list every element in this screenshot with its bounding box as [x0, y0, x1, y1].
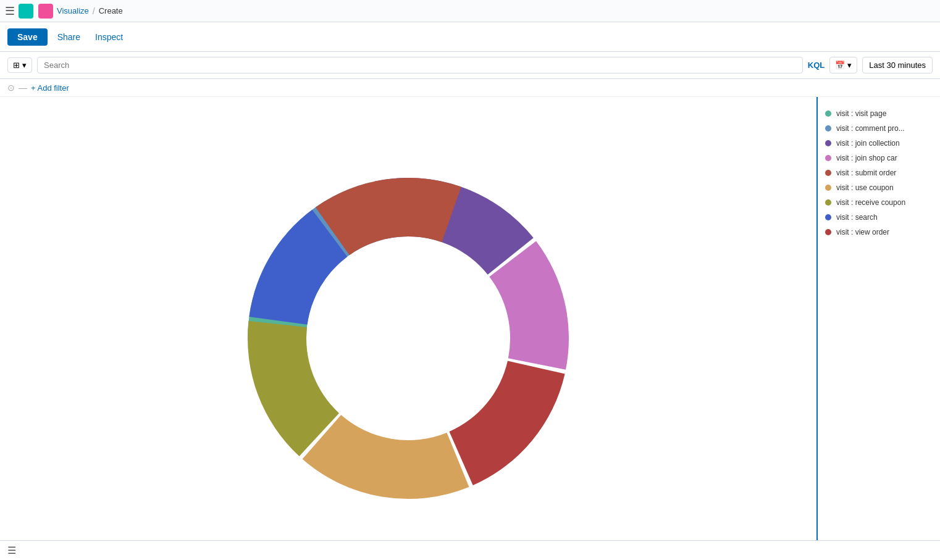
legend-item: visit : submit order [825, 169, 933, 177]
legend-label: visit : comment pro... [836, 124, 905, 133]
calendar-icon: 📅 [835, 61, 845, 70]
legend-label: visit : join collection [836, 139, 900, 148]
legend-dot [825, 170, 831, 176]
chevron-down-icon: ▾ [22, 61, 27, 70]
legend-dot [825, 155, 831, 161]
legend-label: visit : view order [836, 228, 889, 236]
filter-type-icon: ⊞ [13, 61, 20, 70]
add-filter-button[interactable]: + Add filter [31, 83, 69, 93]
donut-segment[interactable] [449, 361, 564, 485]
legend-label: visit : join shop car [836, 154, 897, 162]
legend-label: visit : submit order [836, 169, 896, 177]
save-button[interactable]: Save [7, 28, 48, 46]
legend-item: visit : join collection [825, 139, 933, 148]
search-input[interactable] [37, 57, 803, 73]
nav-menu-icon[interactable]: ☰ [5, 4, 15, 18]
filter-bar: ⊞ ▾ KQL 📅 ▾ Last 30 minutes [0, 52, 940, 79]
legend-dot [825, 214, 831, 220]
legend-dot [825, 140, 831, 146]
legend-item: visit : join shop car [825, 154, 933, 162]
toolbar: Save Share Inspect [0, 22, 940, 52]
logo-icon [19, 4, 33, 19]
chevron-down-icon-cal: ▾ [847, 61, 852, 70]
breadcrumb-visualize[interactable]: Visualize [57, 6, 89, 15]
main-content: visit : visit page visit : comment pro..… [0, 97, 940, 560]
legend-dot [825, 125, 831, 132]
legend-label: visit : search [836, 213, 878, 222]
donut-chart [217, 147, 600, 530]
time-range-button[interactable]: Last 30 minutes [862, 57, 933, 73]
share-button[interactable]: Share [52, 28, 85, 46]
app-icon [38, 4, 53, 19]
legend-item: visit : use coupon [825, 183, 933, 192]
legend: visit : visit page visit : comment pro..… [816, 97, 940, 560]
legend-item: visit : receive coupon [825, 198, 933, 207]
legend-item: visit : visit page [825, 109, 933, 118]
legend-dot [825, 199, 831, 206]
legend-dot [825, 229, 831, 235]
add-filter-row: ⊙ — + Add filter [0, 79, 940, 97]
list-icon[interactable]: ☰ [7, 545, 16, 556]
legend-item: visit : view order [825, 228, 933, 236]
legend-dot [825, 111, 831, 117]
donut-segment[interactable] [303, 415, 469, 499]
kql-button[interactable]: KQL [808, 61, 825, 70]
inspect-button[interactable]: Inspect [90, 28, 128, 46]
legend-label: visit : receive coupon [836, 198, 905, 207]
filter-circle-icon: ⊙ [7, 83, 15, 93]
legend-label: visit : visit page [836, 109, 886, 118]
legend-item: visit : comment pro... [825, 124, 933, 133]
bottom-bar: ☰ [0, 540, 940, 560]
calendar-button[interactable]: 📅 ▾ [829, 57, 857, 73]
breadcrumb-create: Create [99, 6, 123, 15]
breadcrumb-separator: / [93, 6, 95, 16]
legend-label: visit : use coupon [836, 183, 894, 192]
legend-dot [825, 185, 831, 191]
legend-item: visit : search [825, 213, 933, 222]
filter-dash: — [19, 83, 27, 93]
filter-type-button[interactable]: ⊞ ▾ [7, 57, 32, 73]
chart-area [0, 97, 816, 560]
